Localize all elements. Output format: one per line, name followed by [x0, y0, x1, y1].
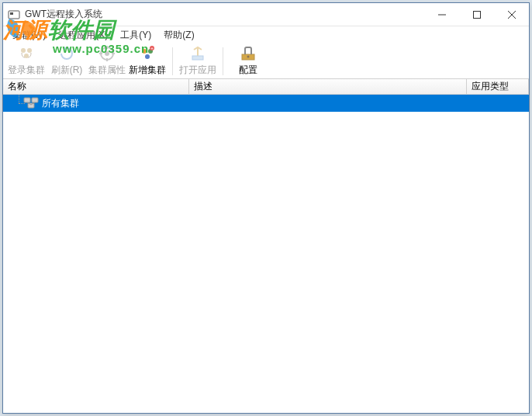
svg-rect-24	[32, 98, 38, 102]
column-name[interactable]: 名称	[3, 79, 189, 94]
menu-remote-app[interactable]: 远程应用(X)	[52, 27, 114, 43]
toolbar-separator	[172, 47, 173, 75]
refresh-button[interactable]: 刷新(R)	[48, 45, 85, 78]
svg-point-6	[21, 48, 26, 53]
new-cluster-icon: +	[139, 45, 156, 62]
cluster-props-icon	[98, 45, 116, 62]
svg-point-17	[145, 54, 150, 59]
minimize-button[interactable]	[424, 3, 459, 26]
tree-view[interactable]: 所有集群	[3, 95, 529, 413]
svg-point-10	[105, 51, 109, 56]
window-title: GWT远程接入系统	[25, 8, 424, 21]
svg-point-22	[247, 56, 250, 58]
cluster-group-icon	[23, 96, 39, 110]
config-button[interactable]: 配置	[230, 45, 267, 78]
open-app-button[interactable]: 打开应用	[179, 45, 216, 78]
menu-cluster[interactable]: 集群(W)	[6, 27, 52, 43]
tree-label: 所有集群	[42, 97, 79, 110]
login-cluster-icon	[18, 45, 35, 62]
column-headers: 名称 描述 应用类型	[3, 79, 529, 95]
svg-point-15	[142, 49, 147, 54]
new-cluster-button[interactable]: + 新增集群	[129, 45, 166, 78]
app-icon	[8, 9, 20, 21]
config-icon	[240, 45, 257, 62]
login-cluster-button[interactable]: 登录集群	[8, 45, 45, 78]
menu-tools[interactable]: 工具(Y)	[114, 27, 157, 43]
menubar: 集群(W) 远程应用(X) 工具(Y) 帮助(Z)	[3, 26, 529, 43]
maximize-button[interactable]	[459, 3, 494, 26]
toolbar-separator	[223, 47, 223, 75]
menu-help[interactable]: 帮助(Z)	[157, 27, 200, 43]
cluster-props-button[interactable]: 集群属性	[88, 45, 126, 78]
tree-connector	[14, 95, 23, 112]
svg-rect-1	[10, 12, 13, 15]
svg-rect-20	[192, 56, 203, 60]
column-desc[interactable]: 描述	[189, 79, 467, 94]
toolbar: 登录集群 刷新(R) 集群属性 + 新增集群 打开应用	[3, 43, 529, 79]
refresh-icon	[58, 45, 75, 62]
content-area: 名称 描述 应用类型 所有集群	[3, 79, 529, 413]
close-button[interactable]	[494, 3, 529, 26]
svg-rect-3	[473, 11, 480, 18]
open-app-icon	[189, 45, 206, 62]
titlebar: GWT远程接入系统	[3, 3, 529, 26]
app-window: 河源软件园 www.pc0359.cn GWT远程接入系统 集群(W) 远程应用…	[2, 2, 530, 414]
column-type[interactable]: 应用类型	[467, 79, 529, 94]
tree-row-all-clusters[interactable]: 所有集群	[3, 95, 529, 112]
svg-text:+: +	[150, 46, 154, 50]
window-controls	[424, 3, 529, 26]
svg-point-7	[27, 48, 32, 53]
svg-rect-23	[24, 98, 30, 102]
